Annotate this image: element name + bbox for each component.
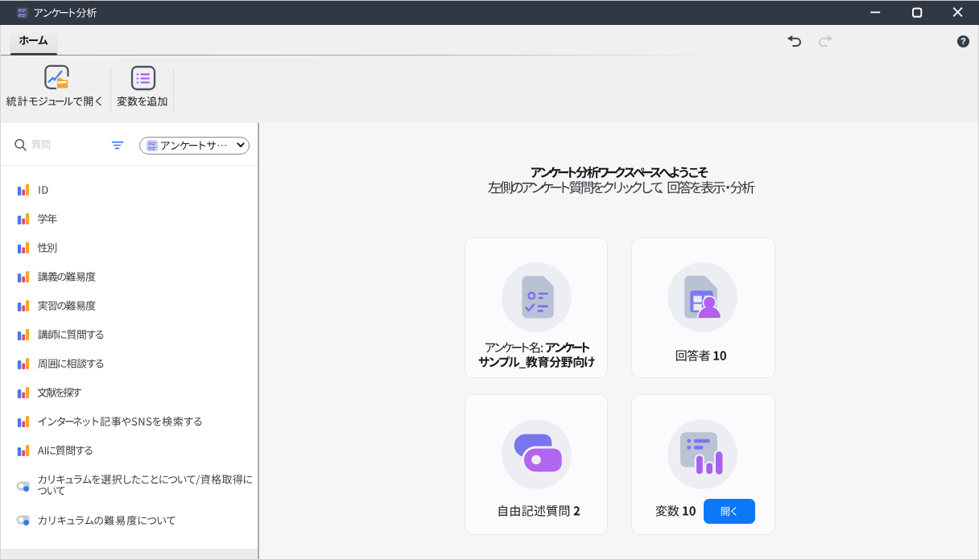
svg-text:?: ?: [960, 36, 965, 46]
